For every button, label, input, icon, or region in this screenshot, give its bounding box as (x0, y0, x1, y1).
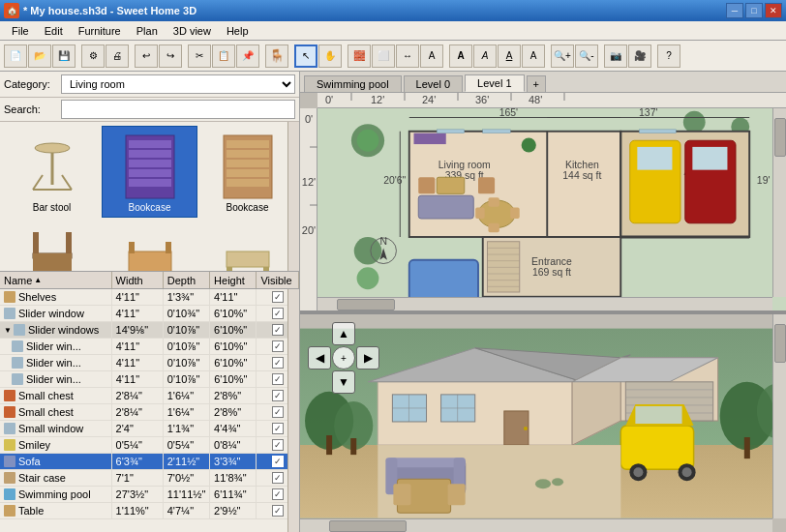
plan-scrollbar-v[interactable] (772, 108, 786, 297)
undo-button[interactable]: ↩ (135, 44, 158, 68)
furniture-item-bar-stool[interactable]: Bar stool (4, 126, 100, 218)
visible-checkbox-sw1[interactable] (272, 340, 284, 352)
furniture-item-bookcase[interactable]: Bookcase (102, 126, 197, 218)
list-item[interactable]: Smiley 0'5¼" 0'5¼" 0'8¼" (0, 437, 299, 454)
search-input[interactable] (61, 100, 295, 119)
furniture-item-coffee-table[interactable]: Coffee table (199, 220, 295, 272)
visible-checkbox-sw3[interactable] (272, 373, 284, 385)
pan-tool[interactable]: ✋ (318, 44, 342, 68)
add-furniture-button[interactable]: 🪑 (265, 44, 288, 68)
close-button[interactable]: ✕ (765, 3, 782, 18)
col-height[interactable]: Height (210, 272, 257, 288)
list-item[interactable]: Stair case 7'1" 7'0½" 11'8¾" (0, 470, 299, 487)
nav-left-button[interactable]: ◀ (308, 346, 331, 369)
floor-plan-view[interactable]: 165' 137' 19' 20'6" Living room 339 sq f… (317, 108, 786, 310)
tab-level1[interactable]: Level 1 (465, 74, 524, 92)
list-item-group[interactable]: ▼ Slider windows 14'9⅛" 0'10⅞" 6'10%" (0, 322, 299, 339)
zoom-out-button[interactable]: 🔍- (575, 44, 598, 68)
copy-button[interactable]: 📋 (212, 44, 235, 68)
tab-swimming-pool[interactable]: Swimming pool (304, 75, 402, 92)
plan-scrollbar-h-thumb[interactable] (337, 299, 395, 310)
menu-3dview[interactable]: 3D view (166, 23, 219, 39)
visible-checkbox-staircase[interactable] (272, 472, 284, 484)
expand-icon[interactable]: ▼ (4, 326, 12, 335)
nav-center-button[interactable]: + (332, 346, 355, 369)
tab-level0[interactable]: Level 0 (404, 75, 463, 92)
list-item[interactable]: Slider win... 4'11" 0'10⅞" 6'10%" (0, 355, 299, 371)
window-controls[interactable]: ─ □ ✕ (726, 3, 782, 18)
category-select[interactable]: Living room Bedroom Kitchen (61, 74, 295, 94)
nav-down-button[interactable]: ▼ (332, 370, 355, 394)
plan-scrollbar-v-thumb[interactable] (774, 118, 786, 157)
visible-checkbox-table[interactable] (272, 505, 284, 517)
3d-scrollbar-h[interactable] (300, 518, 772, 532)
furniture-item-chair1[interactable]: Chair (4, 220, 100, 272)
create-room-button[interactable]: ⬜ (372, 44, 395, 68)
grid-scrollbar[interactable] (287, 122, 299, 271)
visible-checkbox-sofa[interactable] (272, 456, 284, 467)
visible-checkbox-sw[interactable] (272, 308, 284, 319)
redo-button[interactable]: ↪ (159, 44, 182, 68)
visible-checkbox-sws[interactable] (272, 324, 284, 336)
text-style-a3[interactable]: A (498, 44, 521, 68)
list-item[interactable]: Slider window 4'11" 0'10¾" 6'10%" (0, 306, 299, 322)
list-item[interactable]: Small chest 2'8¼" 1'6¼" 2'8%" (0, 404, 299, 421)
list-item[interactable]: Shelves 4'11" 1'3¾" 4'11" (0, 289, 299, 306)
minimize-button[interactable]: ─ (726, 3, 743, 18)
list-item[interactable]: Table 1'11%" 4'7¼" 2'9½" (0, 503, 299, 519)
create-dimension-button[interactable]: ↔ (396, 44, 419, 68)
furniture-item-chair2[interactable]: Chair (102, 220, 197, 272)
text-style-a4[interactable]: A (522, 44, 545, 68)
plan-scrollbar-h[interactable] (317, 297, 772, 310)
help-button[interactable]: ? (657, 44, 680, 68)
list-item[interactable]: Slider win... 4'11" 0'10⅞" 6'10%" (0, 339, 299, 355)
list-scrollbar[interactable] (287, 289, 299, 532)
menu-furniture[interactable]: Furniture (71, 23, 129, 39)
menu-edit[interactable]: Edit (37, 23, 71, 39)
view-3d[interactable]: ▲ ◀ + ▶ ▼ (300, 314, 786, 532)
3d-scrollbar-v-thumb[interactable] (774, 324, 786, 363)
visible-checkbox-sw2[interactable] (272, 357, 284, 369)
col-visible[interactable]: Visible (257, 272, 299, 288)
tab-add[interactable]: + (527, 75, 546, 92)
text-style-a1[interactable]: A (449, 44, 472, 68)
furniture-item-bookcase2[interactable]: Bookcase (199, 126, 295, 218)
open-button[interactable]: 📂 (28, 44, 51, 68)
3d-scrollbar-h-thumb[interactable] (329, 520, 407, 532)
2d-view-button[interactable]: 📷 (604, 44, 627, 68)
visible-checkbox-pool[interactable] (272, 488, 284, 500)
3d-scrollbar-v[interactable] (772, 314, 786, 518)
visible-checkbox-sc1[interactable] (272, 390, 284, 401)
nav-up-button[interactable]: ▲ (332, 322, 355, 345)
nav-right-button[interactable]: ▶ (356, 346, 379, 369)
list-item[interactable]: Small window 2'4" 1'1¾" 4'4¾" (0, 421, 299, 437)
menu-file[interactable]: File (4, 23, 37, 39)
create-walls-button[interactable]: 🧱 (348, 44, 371, 68)
list-item[interactable]: Small chest 2'8¼" 1'6¼" 2'8%" (0, 388, 299, 404)
list-item[interactable]: Slider win... 4'11" 0'10⅞" 6'10%" (0, 371, 299, 388)
menu-help[interactable]: Help (219, 23, 257, 39)
col-depth[interactable]: Depth (164, 272, 210, 288)
col-name[interactable]: Name ▲ (0, 272, 112, 288)
save-button[interactable]: 💾 (52, 44, 76, 68)
new-button[interactable]: 📄 (4, 44, 27, 68)
text-style-a2[interactable]: A (473, 44, 497, 68)
visible-checkbox-shelves[interactable] (272, 291, 284, 303)
visible-checkbox-smiley[interactable] (272, 439, 284, 451)
col-width[interactable]: Width (112, 272, 164, 288)
cursor-tool[interactable]: ↖ (294, 44, 317, 68)
create-label-button[interactable]: A (420, 44, 443, 68)
list-item-sofa[interactable]: Sofa 6'3¾" 2'11½" 3'3¾" (0, 454, 299, 470)
maximize-button[interactable]: □ (745, 3, 763, 18)
preferences-button[interactable]: ⚙ (81, 44, 105, 68)
menu-plan[interactable]: Plan (129, 23, 166, 39)
paste-button[interactable]: 📌 (236, 44, 259, 68)
3d-view-button[interactable]: 🎥 (628, 44, 651, 68)
visible-checkbox-sc2[interactable] (272, 406, 284, 418)
visible-checkbox-smwin[interactable] (272, 423, 284, 434)
list-item[interactable]: Swimming pool 27'3½" 11'11½" 6'11¾" (0, 487, 299, 503)
cut-button[interactable]: ✂ (188, 44, 211, 68)
print-button[interactable]: 🖨 (106, 44, 129, 68)
svg-point-0 (35, 143, 70, 153)
zoom-in-button[interactable]: 🔍+ (551, 44, 574, 68)
